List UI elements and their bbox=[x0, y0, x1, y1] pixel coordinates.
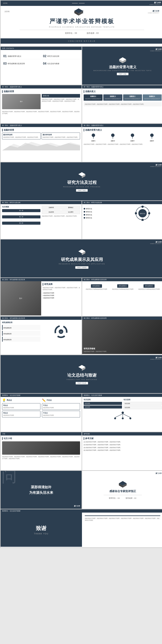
hl-right: ✏️ 不足点 不足点 此处添加文字说明 不足点 此处添加文字说明 bbox=[42, 398, 80, 418]
toc-item-4: 04 论文总结与致谢 bbox=[42, 61, 80, 66]
s3-intro-logo: 厦门大学 bbox=[155, 241, 161, 243]
conc-left: 论文总结 论文总结 论文总结 bbox=[84, 398, 122, 409]
bg2-header-text: 第一部分：选题的背景与意义 bbox=[2, 124, 22, 126]
thanks-teacher: 指导老师：XX bbox=[126, 497, 136, 500]
bg-header: 第一部分：选题的背景与意义 厦门大学 bbox=[1, 85, 82, 88]
s3-mortarboard bbox=[77, 248, 86, 256]
sum-photo-area bbox=[2, 441, 80, 455]
ref-item-1: [1] 此处添加文字说明，此处添加文字说明，此处添加文字说明。 bbox=[84, 441, 161, 443]
teacher-info: 指导老师：XX bbox=[87, 32, 99, 34]
svg-point-39 bbox=[129, 418, 131, 419]
sig2-title-text: 选题的背景与意义 bbox=[85, 128, 102, 132]
sig2-pin-2: 选题02 bbox=[111, 133, 115, 142]
svg-line-36 bbox=[123, 414, 130, 418]
hl-right-title: 不足点 bbox=[46, 399, 52, 402]
bg-text-area: 背景介绍 此处添加文字说明，此处添加文字说明，此处添加文字说明，此处添加文字说明… bbox=[42, 94, 80, 109]
bg2-title-text: 选题的背景 bbox=[4, 128, 14, 132]
final-logo: 厦门大学 bbox=[156, 510, 161, 512]
slide-thanks: 感谢各位专家批评指正 答辩学生：XX 指导老师：XX 厦门大学 bbox=[82, 471, 162, 509]
s1-intro-logo: 厦门大学 bbox=[155, 48, 161, 50]
sig2-detail: 此处添加文字说明，此处添加文字说明，此处添加文字说明，此处添加文字说明，此处添加… bbox=[84, 144, 161, 145]
rf-box-4: 论文撰写 bbox=[61, 210, 80, 214]
final-dark-side: 致谢 THANK YOU bbox=[1, 512, 82, 547]
bg2-logo: 厦门大学 bbox=[75, 124, 80, 126]
svg-point-16 bbox=[150, 134, 154, 137]
mountain-svg bbox=[2, 141, 80, 150]
conc-tree bbox=[84, 411, 161, 420]
rm-item-2: 研究方法 bbox=[84, 211, 122, 213]
res1-bullet-1: • 此处添加文字说明 bbox=[43, 292, 80, 294]
ref-title-row: 参考文献 bbox=[84, 437, 161, 440]
quote-bg: 问 渠那得清如许 为有源头活水来 厦门大学 bbox=[1, 471, 82, 509]
sig-box-text-3: 此处添加文字说明此处添加文字 bbox=[124, 98, 141, 100]
s2-intro-logo: 厦门大学 bbox=[155, 164, 161, 166]
app-item-3: 研究成果应用 bbox=[2, 337, 40, 342]
s2-part-label: PART TWO bbox=[76, 189, 88, 192]
thanks-info: 答辩学生：XX 指导老师：XX bbox=[109, 497, 136, 500]
cover-right-logo-en: XIAMEN UNIVERSITY bbox=[148, 12, 159, 14]
bg-subtitle: 背景介绍 bbox=[42, 94, 80, 98]
s2-subtitle: RESEARCH METHOD AND PROCESS bbox=[63, 186, 101, 188]
rm-dot-2 bbox=[84, 211, 85, 212]
bg-title-bar bbox=[2, 90, 3, 93]
res2-text-1: 此处添加文字说明此处添加文字说明 bbox=[86, 288, 107, 290]
quote-line2: 为有源头活水来 bbox=[29, 490, 53, 495]
slide-summary: 小结 厦门大学 论文小结 此处添加文字说明，此处添加文字说明，此处添加文字说明，… bbox=[1, 432, 82, 470]
final-title: 致谢 bbox=[34, 525, 48, 532]
ref-item-4: [4] 此处添加文字说明，此处添加文字说明，此处添加文字说明。 bbox=[84, 449, 161, 451]
city-logo: 厦门大学 bbox=[156, 317, 161, 319]
bg-logo: 厦门大学 bbox=[75, 86, 80, 88]
top-logo-left: 演界网 bbox=[3, 2, 8, 4]
thanks-student: 答辩学生：XX bbox=[109, 497, 120, 500]
bg2-item-2: 题目研究说明 bbox=[43, 134, 79, 136]
rm-circle-diagram: 研究方法 bbox=[135, 206, 150, 221]
toc-label-3: 研究成果展示及其应用 bbox=[8, 62, 25, 65]
rm-logo: 厦门大学 bbox=[156, 202, 161, 204]
s4-intro-logo-en: XIAMEN UNIVERSITY bbox=[150, 359, 161, 360]
s1-intro-logo-en: XIAMEN UNIVERSITY bbox=[150, 50, 161, 52]
thanks-title: 感谢各位专家批评指正 bbox=[109, 490, 136, 493]
hl-right-item-1: 不足点 此处添加文字说明 bbox=[42, 403, 80, 410]
final-text-area: 此处添加文字说明，此处添加文字说明，此处添加文字说明，此处添加文字说明，此处添加… bbox=[85, 516, 160, 521]
cover-title-en: RIGOROUS ACADEMIC GRADUATION DEFENSE TEM… bbox=[4, 26, 159, 28]
rf-content: 论文框架 第一章 ↓ 第二章 ↓ 第三章 文献研究 逻辑验证 实证研究 bbox=[1, 204, 82, 238]
bg-title-text: 选题的背景 bbox=[4, 90, 14, 93]
s1-subtitle: BACKGROUND AND SIGNIFICANCE OF THE SELEC… bbox=[94, 70, 152, 71]
app-label: 研究成果应用 bbox=[2, 321, 40, 324]
s2-mortarboard bbox=[77, 171, 86, 178]
s4-subtitle: THANKS FOR YOU WATCHING bbox=[66, 379, 97, 380]
rf-text: 此处添加文字说明，此处添加文字说明，此处添加文字说明。 bbox=[42, 215, 80, 217]
rf-box-3: 实证研究 bbox=[42, 210, 61, 214]
res1-text-area: 研究成果 此处添加文字说明，此处添加文字说明，此处添加文字说明，此处添加文字说明… bbox=[41, 281, 82, 316]
hl-logo: 厦门大学 bbox=[75, 394, 80, 396]
res2-item-1: 研究成果展示 此处添加文字说明此处添加文字说明 bbox=[84, 284, 109, 290]
toc-num-3: 03 bbox=[3, 62, 7, 65]
ref-list: [1] 此处添加文字说明，此处添加文字说明，此处添加文字说明。 [2] 此处添加… bbox=[84, 441, 161, 451]
hl-left-title-row: 💡 亮点点 bbox=[2, 398, 40, 402]
conc-right: 论文总结 论文总结 论文总结 bbox=[123, 398, 162, 409]
sig-box-label-2: 选题意义 bbox=[104, 95, 121, 98]
rf-flow-3: 第三章 bbox=[2, 222, 40, 225]
slide-sig2: 第一部分：选题的背景与意义 厦门大学 选题的背景与意义 选题01 bbox=[82, 124, 162, 162]
bg-title-row: 选题的背景 bbox=[2, 90, 80, 93]
sig2-pin-3: 选题03 bbox=[130, 133, 135, 142]
sig-box-1: 选题意义 此处添加文字说明此处添加文字 bbox=[84, 94, 103, 101]
bg2-box-2: 题目研究说明 此处添加文字说明，此处添加文字说明，此处添加文字说明。 bbox=[42, 132, 80, 140]
sum-title-text: 论文小结 bbox=[4, 437, 12, 440]
bg2-title-bar bbox=[2, 129, 3, 132]
toc-item-2: 02 研究方法及过程 bbox=[42, 53, 80, 59]
toc-num-4: 04 bbox=[43, 62, 46, 65]
ref-title-text: 参考文献 bbox=[85, 437, 94, 440]
sig-title-row: 选题的意义 bbox=[84, 90, 161, 93]
sig2-header-text: 第一部分：选题的背景与意义 bbox=[84, 124, 104, 126]
sig2-pin-4: 选题04 bbox=[150, 133, 154, 142]
slide-section3-intro: 厦门大学 XIAMEN UNIVERSITY 研究成果展示及其应用 RESEAR… bbox=[1, 240, 162, 278]
res1-title-bar bbox=[43, 283, 43, 286]
svg-point-23 bbox=[141, 206, 144, 208]
slide-section4-intro: 厦门大学 XIAMEN UNIVERSITY 论文总结与致谢 THANKS FO… bbox=[1, 355, 162, 393]
toc-num-1: 01 bbox=[3, 54, 7, 58]
conc-right-title: 论文总结 bbox=[123, 398, 162, 401]
rm-content: 研究方法 研究方法 研究方法 研究方法 bbox=[82, 204, 162, 238]
res2-item-3: 研究成果展示 此处添加文字说明此处添加文字说明 bbox=[136, 284, 161, 290]
rm-item-3: 研究方法 bbox=[84, 214, 122, 216]
